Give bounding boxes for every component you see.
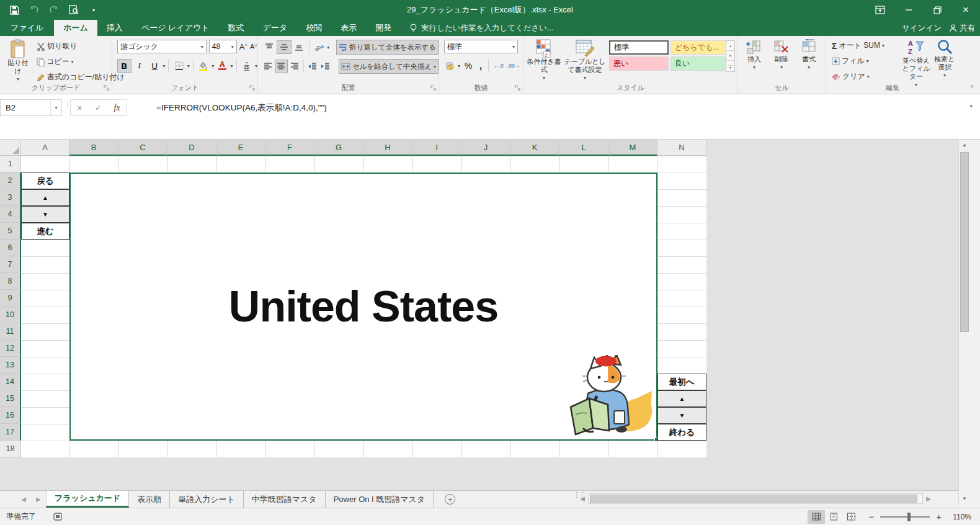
print-preview-icon[interactable] [68,4,79,16]
horizontal-scroll-track[interactable] [588,493,923,504]
zoom-in-icon[interactable]: + [936,511,942,522]
close-icon[interactable]: × [951,0,980,20]
row-header-8[interactable]: 8 [0,273,21,290]
phonetic-dropdown-icon[interactable]: ▾ [255,63,257,69]
zoom-slider-thumb[interactable] [907,513,911,521]
page-break-view-icon[interactable] [842,510,860,524]
scroll-up-icon[interactable]: ▲ [959,140,970,150]
currency-format-icon[interactable] [444,59,457,73]
row-header-13[interactable]: 13 [0,357,21,374]
row-header-16[interactable]: 16 [0,407,21,424]
currency-dropdown-icon[interactable]: ▾ [458,63,460,69]
sheet-tab-jhs[interactable]: 中学既習語マスタ [244,491,326,508]
format-dropdown-icon[interactable]: ▾ [808,63,810,71]
cell-style-neutral[interactable]: どちらでも... [670,40,730,55]
alignment-dialog-launcher-icon[interactable] [430,85,437,91]
sheet-tab-input[interactable]: 単語入力シート [170,491,244,508]
fill-button[interactable]: フィル ▾ [830,55,886,68]
vertical-scroll-thumb[interactable] [960,152,969,332]
horizontal-scrollbar[interactable]: ◀ ▶ [577,493,940,505]
align-middle-icon[interactable] [277,40,291,54]
undo-icon[interactable] [29,4,40,16]
cell-style-normal[interactable]: 標準 [609,40,669,55]
zoom-out-icon[interactable]: − [868,511,874,522]
merge-dropdown-icon[interactable]: ▾ [434,64,436,70]
minimize-icon[interactable] [894,0,923,20]
share-button[interactable]: 共有 [949,23,975,34]
underline-button[interactable]: U [148,59,161,73]
decrease-font-icon[interactable]: A˅ [250,43,257,50]
orientation-icon[interactable]: ab [312,40,326,54]
underline-dropdown-icon[interactable]: ▾ [163,63,165,69]
redo-icon[interactable] [48,4,60,16]
column-header-n[interactable]: N [657,140,706,156]
find-select-dropdown-icon[interactable]: ▾ [943,71,946,79]
sheet-tab-order[interactable]: 表示順 [129,491,170,508]
wrap-text-button[interactable]: 折り返して全体を表示する [336,40,439,55]
tab-formulas[interactable]: 数式 [219,20,254,36]
column-header-j[interactable]: J [461,140,510,156]
insert-cells-button[interactable]: 挿入 ▾ [742,37,767,89]
sheet-tab-flashcard[interactable]: フラッシュカード [46,491,129,508]
delete-dropdown-icon[interactable]: ▾ [780,63,783,71]
conditional-dropdown-icon[interactable]: ▾ [543,74,545,82]
page-layout-view-icon[interactable] [825,510,842,524]
tab-insert[interactable]: 挿入 [97,20,132,36]
clipboard-dialog-launcher-icon[interactable] [104,85,110,91]
row-header-7[interactable]: 7 [0,256,21,273]
borders-dropdown-icon[interactable]: ▾ [187,63,190,69]
column-header-l[interactable]: L [559,140,608,156]
button-up-arrow[interactable]: ▲ [21,189,69,206]
increase-font-icon[interactable]: A˄ [239,42,247,52]
ribbon-display-options-icon[interactable] [866,0,894,20]
button-end[interactable]: 終わる [657,424,706,441]
tab-page-layout[interactable]: ページ レイアウト [132,20,219,36]
column-header-e[interactable]: E [216,140,265,156]
column-header-i[interactable]: I [412,140,461,156]
column-header-f[interactable]: F [265,140,314,156]
autosum-button[interactable]: Σ オート SUM ▾ [830,39,886,52]
column-header-d[interactable]: D [167,140,216,156]
button-forward[interactable]: 進む [21,223,69,240]
align-top-icon[interactable] [262,40,276,54]
row-header-17[interactable]: 17 [0,424,21,441]
scroll-down-icon[interactable]: ▼ [959,493,970,504]
column-header-c[interactable]: C [118,140,167,156]
fill-color-dropdown-icon[interactable]: ▾ [212,63,214,69]
row-header-3[interactable]: 3 [0,189,21,206]
font-dialog-launcher-icon[interactable] [249,85,256,91]
normal-view-icon[interactable] [808,510,825,524]
name-box[interactable]: B2 ▾ [0,99,62,116]
row-header-14[interactable]: 14 [0,374,21,390]
row-header-5[interactable]: 5 [0,223,21,240]
align-center-icon[interactable] [275,60,287,73]
tab-data[interactable]: データ [254,20,297,36]
format-cells-button[interactable]: 書式 ▾ [796,37,821,89]
clear-button[interactable]: クリア ▾ [830,70,886,83]
cell-style-bad[interactable]: 悪い [609,56,669,71]
font-color-dropdown-icon[interactable]: ▾ [231,63,233,69]
row-header-12[interactable]: 12 [0,340,21,357]
button-down-arrow[interactable]: ▼ [21,206,69,223]
gallery-scroll-up-icon[interactable]: ▴ [726,41,734,51]
fill-color-icon[interactable] [197,59,210,73]
insert-dropdown-icon[interactable]: ▾ [753,63,755,71]
hscroll-left-icon[interactable]: ◀ [577,495,588,502]
vertical-scrollbar[interactable]: ▲ ▼ [958,140,970,504]
sheet-prev-icon[interactable]: ◀ [16,491,31,508]
button-first[interactable]: 最初へ [657,374,706,390]
sheet-tab-poweron[interactable]: Power On I 既習語マスタ [326,491,434,508]
sheet-next-icon[interactable]: ▶ [31,491,46,508]
tell-me-box[interactable]: 実行したい作業を入力してください... [409,20,553,36]
add-sheet-icon[interactable]: + [445,494,455,505]
italic-button[interactable]: I [133,59,146,73]
borders-icon[interactable] [172,59,185,73]
row-header-6[interactable]: 6 [0,240,21,256]
row-header-9[interactable]: 9 [0,290,21,307]
button-back[interactable]: 戻る [21,173,69,189]
orientation-dropdown-icon[interactable]: ▾ [327,45,329,50]
cancel-icon[interactable]: × [77,103,82,113]
column-header-k[interactable]: K [510,140,559,156]
copy-dropdown-icon[interactable]: ▾ [71,59,74,65]
collapse-ribbon-icon[interactable]: ˄ [970,83,974,90]
